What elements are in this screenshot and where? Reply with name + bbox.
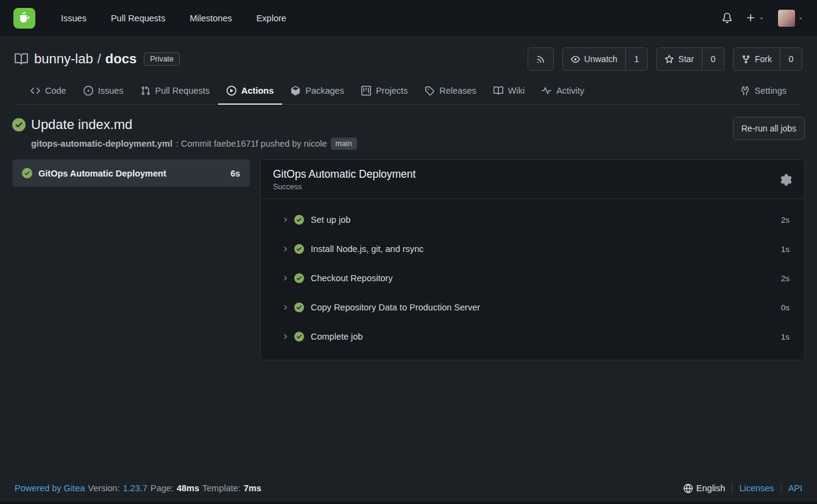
repo-tabs: Code Issues Pull Requests Actions Packag…: [15, 78, 802, 105]
eye-icon: [571, 55, 580, 64]
pulse-icon: [542, 86, 551, 96]
step-success-check-icon: [294, 273, 304, 283]
tools-icon: [740, 86, 750, 96]
tab-settings[interactable]: Settings: [732, 78, 795, 105]
tab-issues[interactable]: Issues: [75, 78, 132, 105]
nav-item-issues[interactable]: Issues: [51, 9, 96, 28]
repo-name-link[interactable]: docs: [105, 51, 136, 67]
job-options-gear-icon[interactable]: [780, 174, 792, 186]
api-link[interactable]: API: [788, 483, 802, 493]
rerun-all-jobs-label: Re-run all jobs: [741, 124, 796, 133]
rss-button[interactable]: [528, 47, 554, 71]
private-badge: Private: [144, 52, 180, 66]
tab-label: Activity: [556, 86, 584, 96]
tab-label: Projects: [376, 86, 408, 96]
commit-text: : Commit faebe1671f pushed by nicole: [176, 139, 327, 149]
chevron-right-icon: [281, 304, 289, 311]
step-row[interactable]: Checkout Repository 2s: [261, 264, 804, 293]
footer-divider: [732, 483, 732, 493]
step-duration: 0s: [781, 303, 790, 312]
issue-icon: [83, 86, 93, 96]
job-detail-panel: GitOps Automatic Deployment Success Set …: [260, 159, 805, 360]
run-body: GitOps Automatic Deployment 6s GitOps Au…: [12, 159, 805, 360]
branch-badge[interactable]: main: [331, 138, 357, 150]
step-name: Complete job: [311, 332, 363, 341]
star-label: Star: [678, 54, 694, 64]
run-header: Update index.md gitops-automatic-deploym…: [12, 117, 805, 150]
forks-count[interactable]: 0: [780, 47, 802, 71]
repo-breadcrumb: bunny-lab / docs: [34, 51, 136, 67]
version-link[interactable]: 1.23.7: [123, 483, 147, 493]
chevron-right-icon: [281, 333, 289, 340]
tab-packages[interactable]: Packages: [282, 78, 353, 105]
step-row[interactable]: Install Node.js, git, and rsync 1s: [261, 234, 804, 264]
rss-icon: [536, 55, 545, 64]
project-icon: [361, 86, 371, 96]
step-name: Checkout Repository: [311, 273, 393, 283]
user-menu[interactable]: [778, 10, 804, 27]
actions-run-view: Update index.md gitops-automatic-deploym…: [0, 105, 817, 476]
job-duration: 6s: [230, 169, 240, 178]
tab-label: Settings: [755, 86, 787, 96]
watch-button-group: Unwatch 1: [562, 47, 648, 71]
licenses-link[interactable]: Licenses: [739, 483, 774, 493]
job-list-item[interactable]: GitOps Automatic Deployment 6s: [12, 159, 250, 187]
tab-releases[interactable]: Releases: [416, 78, 484, 105]
job-steps-list: Set up job 2s Install Node.js, git, and …: [261, 199, 804, 360]
star-button[interactable]: Star: [656, 47, 702, 71]
step-success-check-icon: [294, 332, 304, 341]
tab-label: Packages: [305, 86, 344, 96]
code-icon: [30, 86, 40, 96]
step-row[interactable]: Set up job 2s: [261, 205, 804, 234]
star-button-group: Star 0: [656, 47, 724, 71]
pull-request-icon: [141, 86, 150, 96]
powered-by-gitea-link[interactable]: Powered by Gitea: [15, 483, 85, 493]
tab-code[interactable]: Code: [22, 78, 75, 105]
run-header-left: Update index.md gitops-automatic-deploym…: [12, 117, 357, 150]
unwatch-button[interactable]: Unwatch: [562, 47, 626, 71]
watchers-count[interactable]: 1: [626, 47, 648, 71]
tab-actions[interactable]: Actions: [218, 78, 282, 105]
tab-projects[interactable]: Projects: [353, 78, 416, 105]
star-icon: [665, 55, 674, 64]
step-success-check-icon: [294, 303, 304, 312]
tab-pull-requests[interactable]: Pull Requests: [132, 78, 218, 105]
page-time-value: 48ms: [177, 483, 199, 493]
unwatch-label: Unwatch: [584, 54, 617, 64]
run-title: Update index.md: [31, 117, 132, 133]
tab-label: Code: [45, 86, 66, 96]
repo-separator: /: [97, 51, 101, 67]
job-panel-header-text: GitOps Automatic Deployment Success: [273, 168, 416, 191]
rerun-all-jobs-button[interactable]: Re-run all jobs: [733, 117, 805, 140]
repo-icon: [15, 52, 28, 66]
fork-button[interactable]: Fork: [733, 47, 780, 71]
job-status-text: Success: [273, 183, 416, 191]
workflow-file-link[interactable]: gitops-automatic-deployment.yml: [31, 139, 172, 149]
footer: Powered by Gitea Version: 1.23.7 Page: 4…: [0, 476, 817, 504]
create-new-button[interactable]: [746, 13, 765, 23]
stars-count[interactable]: 0: [702, 47, 724, 71]
chevron-right-icon: [281, 275, 289, 282]
step-row[interactable]: Complete job 1s: [261, 322, 804, 351]
step-duration: 2s: [781, 215, 790, 225]
nav-item-explore[interactable]: Explore: [247, 9, 296, 28]
step-name: Set up job: [311, 215, 350, 225]
step-duration: 1s: [781, 332, 790, 341]
version-label: Version:: [88, 483, 119, 493]
repo-owner-link[interactable]: bunny-lab: [34, 51, 93, 67]
nav-item-milestones[interactable]: Milestones: [180, 9, 241, 28]
tab-activity[interactable]: Activity: [533, 78, 593, 105]
gitea-logo[interactable]: [13, 8, 35, 29]
repo-header: bunny-lab / docs Private Unwatch 1 Star: [0, 37, 817, 105]
tab-wiki[interactable]: Wiki: [485, 78, 533, 105]
nav-links: Issues Pull Requests Milestones Explore: [51, 9, 296, 28]
plus-icon: [746, 13, 756, 23]
job-panel-header: GitOps Automatic Deployment Success: [261, 160, 804, 199]
language-selector[interactable]: English: [684, 483, 726, 493]
run-success-check-icon: [12, 118, 26, 131]
step-row[interactable]: Copy Repository Data to Production Serve…: [261, 293, 804, 322]
fork-label: Fork: [755, 54, 772, 64]
notifications-bell-icon[interactable]: [722, 13, 732, 23]
nav-item-pull-requests[interactable]: Pull Requests: [101, 9, 175, 28]
tab-label: Releases: [439, 86, 476, 96]
